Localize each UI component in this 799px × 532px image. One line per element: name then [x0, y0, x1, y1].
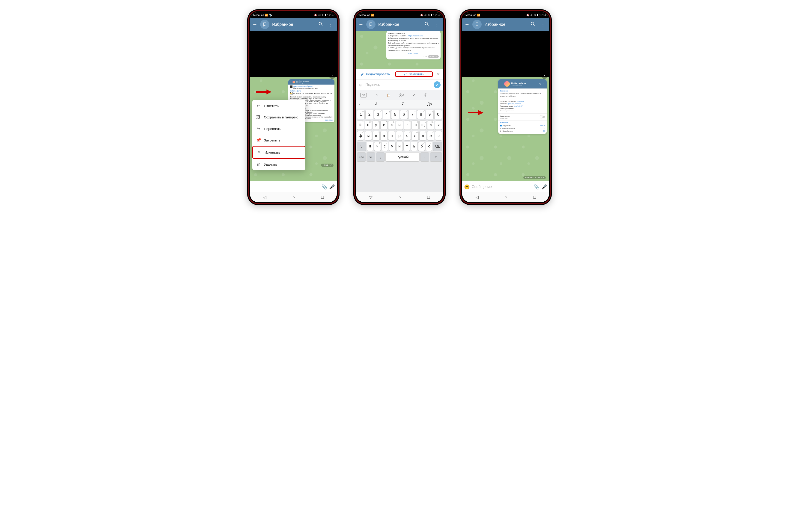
menu-icon[interactable]: ⋮: [539, 22, 547, 27]
blacklist-row[interactable]: ⊘ Чёрный список56: [500, 130, 545, 132]
saved-avatar-icon[interactable]: [260, 20, 269, 29]
key-я[interactable]: я: [367, 142, 374, 151]
key-и[interactable]: и: [396, 142, 403, 151]
search-icon[interactable]: [529, 22, 537, 27]
admins-row[interactable]: ★ Администраторы7: [500, 127, 545, 130]
translate-icon[interactable]: 文A: [399, 93, 404, 97]
chat-title[interactable]: Избранное: [484, 22, 526, 27]
emoji-icon[interactable]: ☺: [359, 82, 363, 88]
key-ь[interactable]: ь: [411, 142, 417, 151]
nav-recent-icon[interactable]: □: [427, 195, 430, 200]
replace-button[interactable]: ⇄ Заменить: [395, 72, 433, 77]
key-у[interactable]: у#: [373, 120, 380, 130]
key-н[interactable]: н-: [396, 120, 403, 130]
channel-profile[interactable]: ← Не баг, а фича публичный канал ✎ ⋮ Опи…: [498, 79, 547, 134]
chevron-left-icon[interactable]: ‹: [356, 102, 363, 106]
media-preview[interactable]: [250, 31, 337, 77]
backspace-key[interactable]: ⌫: [433, 142, 442, 151]
emoji-key[interactable]: ☺: [366, 152, 375, 162]
edit-button[interactable]: 🖌 Редактировать: [356, 72, 395, 76]
next-media-icon[interactable]: ›: [329, 72, 335, 79]
check-icon[interactable]: ✓: [413, 93, 415, 97]
key-л[interactable]: л%: [412, 131, 419, 140]
chat-title[interactable]: Избранное: [378, 22, 420, 27]
back-icon[interactable]: ←: [465, 21, 470, 27]
attach-icon[interactable]: 📎: [534, 184, 540, 190]
nav-back-icon[interactable]: ▽: [369, 195, 373, 200]
key-5[interactable]: 5·: [391, 110, 399, 119]
key-ч[interactable]: ч₽: [374, 142, 381, 151]
numeric-key[interactable]: 123: [357, 152, 366, 162]
saved-avatar-icon[interactable]: [366, 20, 376, 29]
ctx-reply[interactable]: ↩ Ответить: [252, 100, 305, 112]
chat-body[interactable]: › ← Не баг, а фича публичный канал ✎ ⋮ О…: [462, 31, 549, 181]
key-2[interactable]: 2/: [365, 110, 373, 119]
message-input[interactable]: Сообщение: [472, 185, 532, 189]
mic-icon[interactable]: 🎤: [541, 184, 547, 190]
key-в[interactable]: в': [373, 131, 380, 140]
notification-toggle[interactable]: [540, 116, 545, 118]
sticker-icon[interactable]: ☺: [375, 93, 378, 97]
comma-key[interactable]: ,: [376, 152, 385, 162]
key-4[interactable]: 4|: [383, 110, 391, 119]
advertisers-link[interactable]: bit.ly/3nQCFI: [514, 105, 523, 107]
key-с[interactable]: с$: [382, 142, 388, 151]
key-ш[interactable]: ш(: [412, 120, 419, 130]
sound-toggle[interactable]: ВКЛ. ЗВУК: [388, 53, 439, 55]
nav-recent-icon[interactable]: □: [533, 195, 536, 200]
space-key[interactable]: Русский: [385, 152, 420, 162]
menu-icon[interactable]: ⋮: [327, 22, 334, 27]
nav-home-icon[interactable]: ○: [399, 195, 401, 200]
nav-recent-icon[interactable]: □: [321, 195, 324, 200]
key-3[interactable]: 3~: [374, 110, 382, 119]
key-8[interactable]: 8{: [417, 110, 425, 119]
saved-avatar-icon[interactable]: [472, 20, 482, 29]
attach-icon[interactable]: 📎: [322, 184, 327, 190]
key-м[interactable]: м: [389, 142, 396, 151]
chat-body[interactable]: Как им пользоваться: 1. Переходим на сай…: [356, 31, 443, 69]
ctx-pin[interactable]: 📌 Закрепить: [252, 134, 305, 146]
key-6[interactable]: 6<: [400, 110, 408, 119]
pencil-icon[interactable]: ✎: [539, 83, 541, 85]
more-icon[interactable]: ⋯: [435, 93, 439, 97]
key-э[interactable]: э: [435, 131, 442, 140]
tme-link[interactable]: t.me/bugnotfeature: [500, 108, 545, 110]
ctx-delete[interactable]: 🗑 Удалить: [252, 159, 305, 170]
subs-row[interactable]: 👥 Подписчики184954: [500, 124, 545, 127]
key-о[interactable]: о?: [404, 131, 411, 140]
nav-home-icon[interactable]: ○: [505, 195, 507, 200]
ads-link[interactable]: @Nikolay_Creator: [507, 103, 521, 104]
chat-title[interactable]: Избранное: [272, 22, 314, 27]
editing-message[interactable]: Как им пользоваться: 1. Переходим на сай…: [386, 31, 440, 59]
sound-toggle[interactable]: ВКЛ. ЗВУК: [325, 119, 333, 121]
media-preview[interactable]: [462, 31, 549, 77]
ctx-edit[interactable]: ✎ Изменить: [252, 146, 305, 159]
key-т[interactable]: т: [403, 142, 410, 151]
key-б[interactable]: бъ: [418, 142, 425, 151]
nav-home-icon[interactable]: ○: [292, 195, 295, 200]
gif-icon[interactable]: GIF: [360, 93, 367, 97]
confirm-button[interactable]: ✓: [434, 81, 440, 88]
key-а[interactable]: а:: [380, 131, 387, 140]
leak-link[interactable]: https://leaksid.com/: [408, 35, 423, 37]
key-ц[interactable]: ц@: [365, 120, 372, 130]
close-icon[interactable]: ✕: [434, 72, 443, 77]
key-1[interactable]: 1%: [357, 110, 365, 119]
suggestion-3[interactable]: Да: [416, 102, 443, 106]
key-е[interactable]: е&: [388, 120, 395, 130]
key-р[interactable]: р!: [396, 131, 403, 140]
key-й[interactable]: й`: [357, 120, 364, 130]
key-г[interactable]: г+: [404, 120, 411, 130]
key-п[interactable]: п;: [388, 131, 395, 140]
chat-body[interactable]: › ← Не баг, а фича 184.9K подписчиков: [250, 31, 337, 181]
key-д[interactable]: д=: [419, 131, 426, 140]
next-media-icon[interactable]: ›: [541, 72, 548, 79]
clipboard-icon[interactable]: 📋: [387, 93, 391, 97]
key-к[interactable]: к₽: [380, 120, 387, 130]
caption-input[interactable]: Подпись: [365, 83, 431, 87]
mic-icon[interactable]: 🎤: [329, 184, 335, 190]
search-icon[interactable]: [317, 22, 324, 27]
shift-key[interactable]: ⇧: [357, 142, 366, 151]
key-ф[interactable]: ф*: [357, 131, 364, 140]
back-icon[interactable]: ←: [500, 82, 503, 86]
